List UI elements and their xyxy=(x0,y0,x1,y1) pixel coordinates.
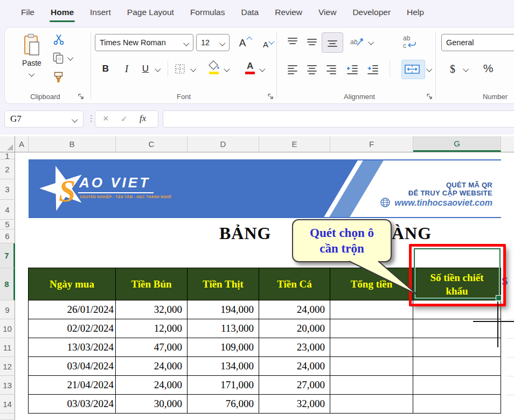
row-header-11[interactable]: 11 xyxy=(0,338,15,357)
cell-f13[interactable] xyxy=(330,376,413,395)
copy-button[interactable] xyxy=(51,51,65,65)
format-painter-button[interactable] xyxy=(52,71,65,85)
cell-d12[interactable]: 134,000 xyxy=(187,357,259,376)
merge-center-button[interactable] xyxy=(401,60,425,79)
column-header-e[interactable]: E xyxy=(259,136,330,152)
number-format-combo[interactable]: General xyxy=(441,34,514,51)
grow-font-button[interactable]: A xyxy=(234,35,251,51)
paste-dropdown-chevron[interactable] xyxy=(29,71,34,76)
cell-g13[interactable] xyxy=(413,376,501,395)
italic-button[interactable]: I xyxy=(120,61,134,77)
column-header-c[interactable]: C xyxy=(116,136,187,152)
formula-input[interactable] xyxy=(163,110,514,128)
font-color-button[interactable]: A xyxy=(243,60,257,76)
cancel-icon[interactable]: × xyxy=(103,113,109,124)
fill-color-dropdown-chevron[interactable] xyxy=(224,66,230,72)
tab-data[interactable]: Data xyxy=(233,0,267,24)
cell-e12[interactable]: 24,000 xyxy=(259,357,330,376)
name-box[interactable]: G7 xyxy=(4,110,84,128)
cell-b14[interactable]: 03/03/2024 xyxy=(29,395,116,414)
row-header-13[interactable]: 13 xyxy=(0,376,15,395)
cell-b10[interactable]: 02/02/2024 xyxy=(29,319,116,338)
accounting-format-button[interactable]: $ xyxy=(446,61,460,77)
increase-indent-button[interactable] xyxy=(365,62,381,77)
cell-b13[interactable]: 21/04/2024 xyxy=(29,376,116,395)
align-center-button[interactable] xyxy=(304,62,319,77)
top-align-button[interactable] xyxy=(285,34,300,50)
column-header-a[interactable]: A xyxy=(15,136,29,152)
select-all-corner[interactable] xyxy=(0,136,15,152)
row-header-5[interactable]: 5 xyxy=(0,220,15,229)
borders-dropdown-chevron[interactable] xyxy=(190,66,196,72)
row-header-10[interactable]: 10 xyxy=(0,319,15,338)
cell-c11[interactable]: 47,000 xyxy=(116,338,187,357)
cell-e13[interactable]: 27,000 xyxy=(259,376,330,395)
column-header-b[interactable]: B xyxy=(29,136,116,152)
cell-b9[interactable]: 26/01/2024 xyxy=(29,300,116,319)
merge-center-dropdown-chevron[interactable] xyxy=(426,66,432,72)
cell-c14[interactable]: 30,000 xyxy=(116,395,187,414)
row-header-2[interactable]: 2 xyxy=(0,159,15,179)
column-header-h-partial[interactable] xyxy=(501,136,514,152)
column-header-f[interactable]: F xyxy=(330,136,413,152)
align-right-button[interactable] xyxy=(324,62,339,77)
cell-d9[interactable]: 194,000 xyxy=(187,300,259,319)
cell-g10[interactable] xyxy=(413,319,501,338)
row-header-1[interactable]: 1 xyxy=(0,152,15,159)
cut-button[interactable] xyxy=(52,33,65,46)
header-tien-bun[interactable]: Tiền Bún xyxy=(116,268,187,300)
row-header-9[interactable]: 9 xyxy=(0,300,15,319)
row-header-6[interactable]: 6 xyxy=(0,229,15,243)
cell-g14[interactable] xyxy=(413,395,501,414)
align-left-button[interactable] xyxy=(285,62,300,77)
tab-review[interactable]: Review xyxy=(267,0,310,24)
column-header-g[interactable]: G xyxy=(413,136,501,152)
row-header-12[interactable]: 12 xyxy=(0,357,15,376)
bottom-align-button-selected[interactable] xyxy=(322,32,343,53)
borders-button[interactable] xyxy=(173,62,187,76)
column-header-d[interactable]: D xyxy=(187,136,259,152)
header-tong-tien[interactable]: Tổng tiền xyxy=(330,268,413,300)
header-ngay-mua[interactable]: Ngày mua xyxy=(29,268,116,300)
cell-d11[interactable]: 109,000 xyxy=(187,338,259,357)
cell-d14[interactable]: 76,000 xyxy=(187,395,259,414)
bold-button[interactable]: B xyxy=(99,61,113,77)
row-header-8[interactable]: 8 xyxy=(0,268,15,300)
middle-align-button[interactable] xyxy=(304,34,319,50)
cell-f10[interactable] xyxy=(330,319,413,338)
underline-dropdown-chevron[interactable] xyxy=(155,66,161,72)
row-header-15-partial[interactable] xyxy=(0,414,15,420)
orientation-dropdown-chevron[interactable] xyxy=(368,39,374,45)
cell-e9[interactable]: 24,000 xyxy=(259,300,330,319)
tab-formulas[interactable]: Formulas xyxy=(182,0,233,24)
cell-g11[interactable] xyxy=(413,338,501,357)
row-header-7[interactable]: 7 xyxy=(0,243,15,268)
tab-home[interactable]: Home xyxy=(43,0,82,24)
tab-insert[interactable]: Insert xyxy=(82,0,119,24)
cell-e10[interactable]: 20,000 xyxy=(259,319,330,338)
cell-c10[interactable]: 12,000 xyxy=(116,319,187,338)
header-tien-ca[interactable]: Tiền Cá xyxy=(259,268,330,300)
enter-icon[interactable]: ✓ xyxy=(121,114,128,124)
cell-b12[interactable]: 03/04/2024 xyxy=(29,357,116,376)
percent-style-button[interactable]: % xyxy=(480,60,496,77)
tab-help[interactable]: Help xyxy=(399,0,432,24)
clipboard-dialog-launcher[interactable] xyxy=(78,93,85,102)
row-header-3[interactable]: 3 xyxy=(0,179,15,200)
tab-view[interactable]: View xyxy=(310,0,344,24)
copy-dropdown-chevron[interactable] xyxy=(67,54,73,60)
orientation-button[interactable]: ab xyxy=(349,34,365,50)
cell-e14[interactable]: 32,000 xyxy=(259,395,330,414)
shrink-font-button[interactable]: A xyxy=(258,37,273,51)
font-name-combo[interactable]: Times New Roman xyxy=(95,34,193,51)
cell-f14[interactable] xyxy=(330,395,413,414)
tab-file[interactable]: File xyxy=(13,0,43,24)
cell-d13[interactable]: 171,000 xyxy=(187,376,259,395)
row-header-14[interactable]: 14 xyxy=(0,395,15,414)
paste-label[interactable]: Paste xyxy=(16,59,48,67)
cell-f11[interactable] xyxy=(330,338,413,357)
tab-page-layout[interactable]: Page Layout xyxy=(119,0,182,24)
row-header-4[interactable]: 4 xyxy=(0,200,15,220)
cell-c9[interactable]: 32,000 xyxy=(116,300,187,319)
cell-f12[interactable] xyxy=(330,357,413,376)
